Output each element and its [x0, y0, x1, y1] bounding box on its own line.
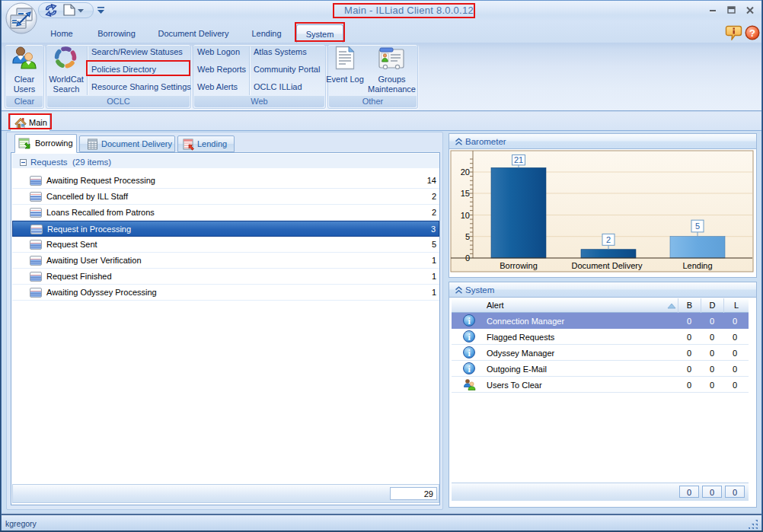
svg-text:Borrowing: Borrowing — [500, 261, 538, 270]
svg-text:21: 21 — [514, 155, 523, 164]
svg-text:?: ? — [749, 27, 755, 39]
svg-text:Document Delivery: Document Delivery — [572, 261, 643, 270]
svg-text:5: 5 — [695, 221, 700, 231]
svg-text:Lending: Lending — [682, 261, 712, 270]
svg-text:2: 2 — [606, 235, 611, 244]
